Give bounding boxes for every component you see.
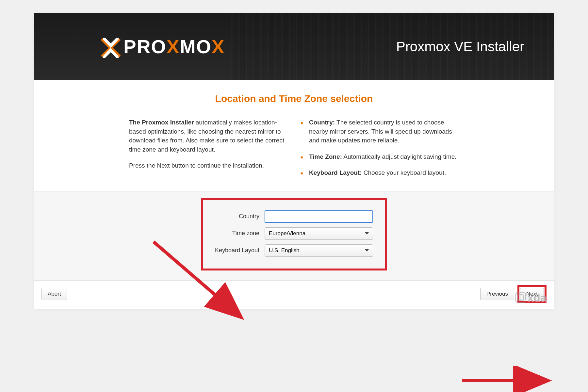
proxmox-x-icon (100, 36, 122, 58)
next-button[interactable]: Next (520, 288, 544, 300)
header: PROXMOX Proxmox VE Installer (34, 13, 554, 80)
brand-text: PROXMOX (123, 36, 225, 57)
country-input[interactable] (265, 210, 373, 223)
abort-button[interactable]: Abort (41, 288, 67, 300)
footer-right: Previous Next (480, 285, 547, 303)
previous-button[interactable]: Previous (480, 288, 514, 300)
content-area: Location and Time Zone selection The Pro… (34, 80, 554, 191)
footer: Abort Previous Next (34, 281, 554, 309)
keyboard-value: U.S. English (269, 247, 300, 254)
intro-paragraph-2: Press the Next button to continue the in… (129, 161, 287, 170)
keyboard-select[interactable]: U.S. English (265, 244, 373, 257)
chevron-down-icon (365, 232, 369, 235)
intro-paragraph-1: The Proxmox Installer automatically make… (129, 118, 287, 154)
bullet-kb-label: Keyboard Layout: (309, 169, 362, 176)
label-timezone: Time zone (209, 230, 265, 237)
bullet-keyboard: Keyboard Layout: Choose your keyboard la… (301, 168, 459, 177)
label-country: Country (209, 213, 265, 220)
bullet-country: Country: The selected country is used to… (301, 118, 459, 145)
annotation-highlight-form: Country Time zone Europe/Vienna Keyboard… (201, 198, 387, 270)
brand-logo: PROXMOX (100, 36, 225, 58)
description-columns: The Proxmox Installer automatically make… (129, 118, 459, 185)
chevron-down-icon (365, 249, 369, 252)
intro-bold: The Proxmox Installer (129, 119, 194, 126)
bullet-country-label: Country: (309, 119, 335, 126)
annotation-arrow-next (459, 366, 555, 392)
row-timezone: Time zone Europe/Vienna (209, 227, 373, 240)
bullet-tz-label: Time Zone: (309, 153, 342, 160)
right-column: Country: The selected country is used to… (301, 118, 459, 185)
timezone-select[interactable]: Europe/Vienna (265, 227, 373, 240)
row-country: Country (209, 210, 373, 223)
installer-window: PROXMOX Proxmox VE Installer Location an… (34, 13, 554, 309)
left-column: The Proxmox Installer automatically make… (129, 118, 287, 185)
bullet-tz-text: Automatically adjust daylight saving tim… (342, 153, 457, 160)
bullet-timezone: Time Zone: Automatically adjust daylight… (301, 152, 459, 161)
annotation-highlight-next: Next (517, 285, 547, 303)
header-title: Proxmox VE Installer (396, 39, 524, 55)
bullet-kb-text: Choose your keyboard layout. (362, 169, 446, 176)
form-section: Country Time zone Europe/Vienna Keyboard… (34, 191, 554, 281)
page-title: Location and Time Zone selection (54, 93, 534, 104)
timezone-value: Europe/Vienna (269, 230, 305, 237)
row-keyboard: Keyboard Layout U.S. English (209, 244, 373, 257)
label-keyboard: Keyboard Layout (209, 247, 265, 254)
